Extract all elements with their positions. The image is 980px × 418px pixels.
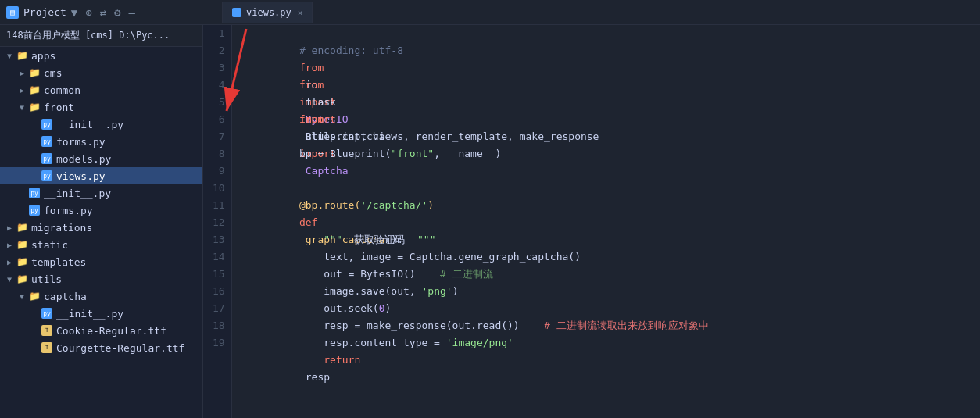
transfer-icon[interactable]: ⇄ <box>100 6 106 19</box>
captcha-folder-icon: 📁 <box>28 291 41 302</box>
sidebar-item-init-captcha[interactable]: py __init__.py <box>0 305 202 322</box>
num-16: 0 <box>379 302 385 314</box>
line-num-5: 5 <box>203 94 231 111</box>
nm-15b: ) <box>452 285 459 297</box>
nm-14a: out = BytesIO() <box>299 268 440 280</box>
sidebar-item-models-front[interactable]: py models.py <box>0 150 202 167</box>
forms-front-label: forms.py <box>56 136 106 148</box>
code-line-1: # encoding: utf-8 <box>238 25 980 42</box>
sidebar-item-captcha[interactable]: 📁 captcha <box>0 288 202 305</box>
kw-from-2: from <box>299 62 324 73</box>
sidebar-item-common[interactable]: 📁 common <box>0 81 202 98</box>
project-icon: ▤ <box>6 6 19 19</box>
models-front-icon: py <box>41 153 53 164</box>
courgette-label: Courgette-Regular.ttf <box>56 342 184 354</box>
sidebar-item-templates[interactable]: 📁 templates <box>0 253 202 270</box>
utils-arrow <box>3 275 16 284</box>
add-icon[interactable]: ⊕ <box>85 6 91 19</box>
chevron-down-icon[interactable]: ▼ <box>71 6 77 19</box>
cms-label: cms <box>44 67 62 79</box>
init-apps-icon: py <box>28 188 41 198</box>
decorator-10: @bp.route( <box>299 199 360 211</box>
str-12b: """ <box>417 234 435 245</box>
line-num-1: 1 <box>203 25 231 42</box>
nm-17a: resp = make_response(out.read()) <box>299 320 544 331</box>
views-tab[interactable]: views.py × <box>222 2 313 23</box>
views-front-icon: py <box>41 170 53 181</box>
main-area: 148前台用户模型 [cms] D:\Pyc... 📁 apps 📁 cms 📁… <box>0 25 980 418</box>
nm-5: utils.captcha <box>299 130 391 142</box>
captcha-arrow <box>16 292 28 301</box>
line-numbers: 1 2 3 4 5 6 7 8 9 10 11 12 13 14 15 16 1… <box>203 25 232 418</box>
file-tree-sidebar: 148前台用户模型 [cms] D:\Pyc... 📁 apps 📁 cms 📁… <box>0 25 203 418</box>
cookie-icon: T <box>41 325 53 336</box>
line-num-8: 8 <box>203 145 231 163</box>
nm-7a: bp = Blueprint( <box>299 148 391 159</box>
sidebar-item-init-front[interactable]: py __init__.py <box>0 116 202 133</box>
sidebar-item-cms[interactable]: 📁 cms <box>0 64 202 81</box>
sidebar-item-static[interactable]: 📁 static <box>0 236 202 253</box>
migrations-label: migrations <box>31 222 92 234</box>
project-label[interactable]: Project <box>23 6 66 18</box>
line-num-7: 7 <box>203 128 231 145</box>
code-line-4 <box>238 77 980 94</box>
utils-folder-icon: 📁 <box>16 273 28 284</box>
code-lines[interactable]: # encoding: utf-8 from io import BytesIO… <box>232 25 980 418</box>
nm-3: flask <box>299 96 342 108</box>
static-label: static <box>31 239 68 251</box>
kw-def-11: def <box>299 216 317 228</box>
sidebar-item-apps[interactable]: 📁 apps <box>0 47 202 64</box>
nm-13: text, image = Captcha.gene_graph_captcha… <box>299 251 581 263</box>
common-folder-icon: 📁 <box>28 84 41 95</box>
init-front-icon: py <box>41 119 53 130</box>
views-front-label: views.py <box>56 170 106 182</box>
line-num-12: 12 <box>203 214 231 231</box>
line-num-16: 16 <box>203 283 231 300</box>
captcha-label: captcha <box>44 291 87 302</box>
code-line-6 <box>238 111 980 128</box>
sidebar-item-migrations[interactable]: 📁 migrations <box>0 219 202 236</box>
kw-return-19: return <box>299 354 360 366</box>
minimize-icon[interactable]: — <box>129 6 135 19</box>
tab-close-button[interactable]: × <box>298 8 303 18</box>
common-arrow <box>16 86 28 95</box>
code-line-12: """ 获取验证码 """ <box>238 214 980 231</box>
code-line-5: from utils.captcha import Captcha <box>238 94 980 111</box>
line-num-13: 13 <box>203 231 231 248</box>
line-num-10: 10 <box>203 180 231 197</box>
sidebar-item-cookie[interactable]: T Cookie-Regular.ttf <box>0 322 202 339</box>
sidebar-header: 148前台用户模型 [cms] D:\Pyc... <box>0 25 202 47</box>
code-line-10: @bp.route('/captcha/') <box>238 180 980 197</box>
forms-apps-label: forms.py <box>44 205 93 216</box>
settings-icon[interactable]: ⚙ <box>114 6 120 19</box>
line-num-19: 19 <box>203 334 231 352</box>
sidebar-item-init-apps[interactable]: py __init__.py <box>0 184 202 202</box>
sidebar-item-front[interactable]: 📁 front <box>0 98 202 116</box>
static-arrow <box>3 241 16 249</box>
templates-label: templates <box>31 256 86 268</box>
kw-from-5: from <box>299 113 324 125</box>
migrations-folder-icon: 📁 <box>16 222 28 233</box>
str-7: "front" <box>391 148 434 159</box>
str-10: '/captcha/' <box>360 199 427 211</box>
code-line-9 <box>238 163 980 180</box>
nm-15a: image.save(out, <box>299 285 422 297</box>
forms-apps-icon: py <box>28 205 41 216</box>
utils-label: utils <box>31 273 62 285</box>
sidebar-item-forms-apps[interactable]: py forms.py <box>0 202 202 219</box>
title-bar-icons: ⊕ ⇄ ⚙ — <box>85 6 135 19</box>
front-arrow <box>16 103 28 112</box>
tab-bar: views.py × <box>222 2 313 23</box>
sidebar-item-utils[interactable]: 📁 utils <box>0 270 202 288</box>
init-front-label: __init__.py <box>56 119 123 130</box>
nm-7b: , __name__) <box>434 148 501 159</box>
tab-file-icon <box>232 8 241 17</box>
sidebar-item-forms-front[interactable]: py forms.py <box>0 133 202 150</box>
sidebar-item-courgette[interactable]: T Courgette-Regular.ttf <box>0 339 202 356</box>
migrations-arrow <box>3 223 16 232</box>
str-15: 'png' <box>421 285 452 297</box>
code-editor[interactable]: 1 2 3 4 5 6 7 8 9 10 11 12 13 14 15 16 1… <box>203 25 980 418</box>
sidebar-item-views-front[interactable]: py views.py <box>0 167 202 184</box>
nm-19: resp <box>299 371 330 383</box>
captcha-class-5: Captcha <box>299 165 349 177</box>
